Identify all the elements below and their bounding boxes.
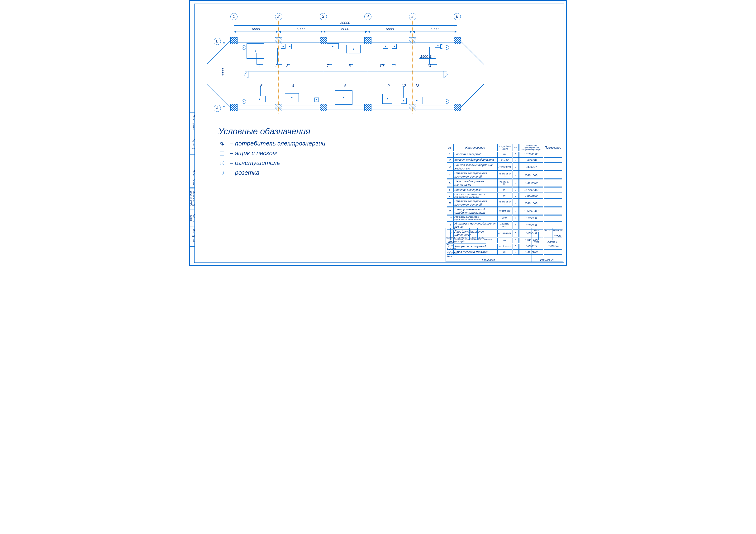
equipment-label: 10	[380, 64, 384, 68]
equipment-11	[392, 44, 397, 49]
table-cell: 8	[447, 199, 453, 207]
table-cell: 01-149-15-3/А	[497, 171, 512, 179]
tb-scale: 1:50	[553, 232, 563, 240]
side-stamp: Подп. и дата	[190, 167, 195, 188]
equipment-5	[254, 96, 265, 102]
floor-plan: 1 2 3 4 5 6 Б А 30000 6000 6000 6000 600…	[216, 15, 477, 117]
table-cell: Бак для заправки тормозной жидкостью	[453, 163, 497, 171]
leader-line	[256, 53, 263, 64]
table-cell	[544, 171, 562, 179]
th-model: Тип, модель марка	[497, 144, 512, 151]
table-cell: 1000х500	[519, 179, 543, 187]
table-row: 2Колонка воздухораздаточнаяС-413М1250х24…	[447, 157, 562, 163]
spec-header: № Наименование Тип, модель марка кол Тех…	[447, 144, 562, 151]
wall	[230, 106, 460, 110]
th-no: №	[447, 144, 453, 151]
leader-line	[287, 49, 290, 64]
equipment-3	[288, 44, 292, 49]
tb-col: Масштаб	[553, 228, 563, 232]
table-cell: 10	[447, 215, 453, 221]
legend-dash: –	[230, 159, 233, 166]
tb-row-label: Разраб.	[446, 240, 486, 244]
table-cell: 1	[513, 207, 519, 215]
table-cell: 250х240	[519, 157, 543, 163]
table-row: 1Верстак слесарныйОИ11870х2000	[447, 152, 562, 157]
table-cell: 1	[513, 193, 519, 199]
leader-line	[349, 53, 353, 64]
legend-text: ящик с песком	[235, 149, 277, 157]
table-cell: 7	[447, 193, 453, 199]
axis-bubble: 2	[275, 13, 282, 20]
table-cell: ОИ	[497, 187, 512, 192]
legend-text: огнетушитель	[235, 159, 280, 166]
tb-col: № докум.	[455, 236, 470, 240]
tb-row-label: Т.контр.	[446, 247, 486, 251]
sandbox-icon	[220, 151, 224, 155]
column	[454, 104, 461, 111]
side-stamp: Перв. примен.	[190, 112, 195, 133]
table-cell	[544, 207, 562, 215]
dim-label: 6000	[386, 27, 394, 31]
tb-row-label: Пров.	[446, 244, 486, 247]
table-cell: Ларь для обтирочных материалов	[453, 179, 497, 187]
table-row: 4Стеллаж вертушка для крепежных деталей0…	[447, 171, 562, 179]
table-cell: ОИ	[497, 152, 512, 157]
table-cell: НИИАТ-390	[497, 207, 512, 215]
table-cell: РЧ08М-0001	[497, 163, 512, 171]
axis-line	[234, 20, 234, 114]
table-cell: ОИ	[497, 193, 512, 199]
leader-line	[278, 48, 282, 64]
outlet-icon	[440, 44, 443, 49]
table-cell: 1	[513, 199, 519, 207]
equipment-label: 2	[276, 64, 278, 68]
outlet-icon	[221, 171, 224, 175]
table-cell: 9	[447, 207, 453, 215]
dimension-line	[234, 32, 278, 32]
legend-dash: –	[230, 140, 233, 147]
power-label: 1500 Вт	[419, 54, 436, 59]
extinguisher-icon	[445, 99, 449, 104]
th-note: Примечание	[544, 144, 562, 151]
tb-col: Лист	[450, 236, 455, 240]
table-cell: 900х1685	[519, 171, 543, 179]
equipment-label: 9	[388, 84, 390, 88]
table-cell	[544, 215, 562, 221]
table-cell: 5	[447, 179, 453, 187]
table-cell: 6	[447, 187, 453, 192]
table-cell: 1	[513, 152, 519, 157]
table-cell: Стол для составления заявок и хранения д…	[453, 193, 497, 199]
table-cell: С-413М	[497, 157, 512, 163]
equipment-8	[346, 45, 361, 53]
column	[409, 104, 416, 111]
axis-bubble: 1	[230, 13, 237, 20]
equipment-12	[401, 98, 407, 104]
dimension-line	[368, 32, 412, 32]
table-cell: 1870х2000	[519, 152, 543, 157]
table-cell: Стеллаж вертушка для крепежных деталей	[453, 171, 497, 179]
legend-text: розетка	[235, 169, 259, 176]
table-cell: Электромеханический солидолонагнетатель	[453, 207, 497, 215]
tb-col: Подп.	[470, 236, 478, 240]
th-tech: Техническая характеристика габаритные ра…	[519, 144, 543, 151]
table-cell: 1	[513, 215, 519, 221]
side-stamp: Справ. №	[190, 134, 195, 155]
axis-line	[278, 20, 279, 114]
table-cell: 1	[447, 152, 453, 157]
dim-label: 6000	[297, 27, 305, 31]
equipment-7	[327, 43, 339, 49]
equipment-label: 8	[349, 64, 351, 68]
table-row: 8Стеллаж вертушка для крепежных деталей0…	[447, 199, 562, 207]
table-row: 6Верстак слесарныйОИ11870х2000	[447, 187, 562, 192]
dimension-line	[234, 25, 457, 26]
table-cell: 01-149-17-101	[497, 179, 512, 187]
leader-line	[392, 48, 395, 64]
column	[320, 37, 327, 44]
legend-row: – огнетушитель	[219, 159, 325, 166]
axis-line	[457, 20, 457, 114]
extinguisher-icon	[242, 99, 246, 104]
equipment-label: 11	[392, 64, 396, 68]
equipment-label: 3	[286, 64, 288, 68]
equipment-4	[285, 93, 299, 102]
title-block: Изм Лист № докум. Подп. Дата Лит. Масса …	[446, 228, 563, 262]
extinguisher-icon	[445, 45, 449, 50]
